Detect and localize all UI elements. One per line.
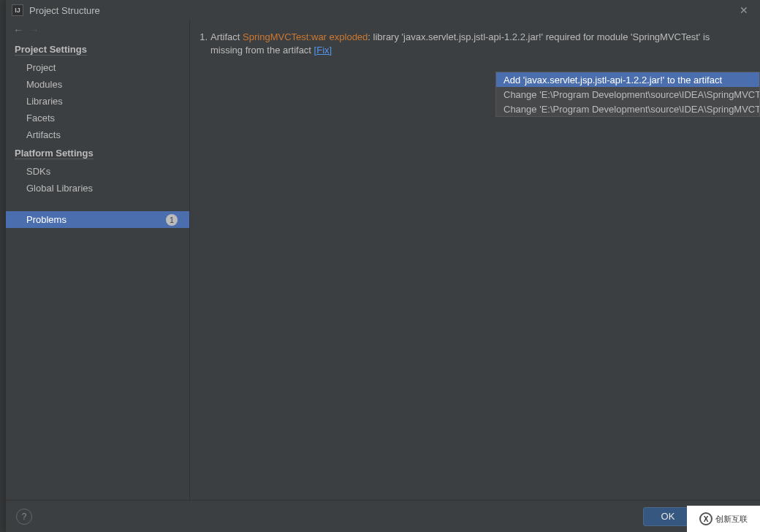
problem-body-1: : library 'javax.servlet.jsp.jstl-api-1.… bbox=[368, 31, 710, 42]
close-icon[interactable]: ✕ bbox=[734, 0, 754, 20]
problem-body-2: missing from the artifact bbox=[210, 45, 314, 56]
app-icon: IJ bbox=[12, 4, 23, 16]
sidebar-item-libraries[interactable]: Libraries bbox=[6, 93, 189, 110]
sidebar-item-project[interactable]: Project bbox=[6, 59, 189, 76]
sidebar: ← → Project Settings Project Modules Lib… bbox=[6, 20, 190, 500]
problems-count-badge: 1 bbox=[166, 214, 178, 226]
sidebar-item-artifacts[interactable]: Artifacts bbox=[6, 126, 189, 143]
help-button[interactable]: ? bbox=[16, 509, 32, 525]
artifact-link[interactable]: SpringMVCTest:war exploded bbox=[243, 31, 368, 42]
sidebar-item-modules[interactable]: Modules bbox=[6, 76, 189, 93]
fix-context-menu[interactable]: Add 'javax.servlet.jsp.jstl-api-1.2.2.ja… bbox=[495, 72, 760, 117]
watermark: X 创新互联 bbox=[687, 506, 760, 532]
content-pane: 1. Artifact SpringMVCTest:war exploded: … bbox=[190, 20, 760, 500]
sidebar-item-global-libraries[interactable]: Global Libraries bbox=[6, 180, 189, 197]
sidebar-item-problems[interactable]: Problems 1 bbox=[6, 211, 189, 228]
forward-icon: → bbox=[29, 24, 39, 36]
section-project-settings: Project Settings bbox=[6, 39, 189, 59]
problem-prefix: Artifact bbox=[210, 31, 243, 42]
problems-label: Problems bbox=[26, 214, 66, 225]
back-icon[interactable]: ← bbox=[13, 24, 23, 36]
window-title: Project Structure bbox=[29, 5, 734, 16]
watermark-text: 创新互联 bbox=[715, 514, 748, 525]
project-structure-dialog: IJ Project Structure ✕ ← → Project Setti… bbox=[6, 0, 760, 532]
section-platform-settings: Platform Settings bbox=[6, 143, 189, 163]
ok-button[interactable]: OK bbox=[643, 507, 693, 526]
problem-number: 1. bbox=[196, 31, 208, 44]
sidebar-item-sdks[interactable]: SDKs bbox=[6, 163, 189, 180]
fix-menu-item-add[interactable]: Add 'javax.servlet.jsp.jstl-api-1.2.2.ja… bbox=[496, 72, 759, 87]
fix-link[interactable]: [Fix] bbox=[314, 45, 332, 56]
problem-text: Artifact SpringMVCTest:war exploded: lib… bbox=[210, 31, 754, 44]
fix-menu-item-change-2[interactable]: Change 'E:\Program Development\source\ID… bbox=[496, 102, 759, 116]
sidebar-item-facets[interactable]: Facets bbox=[6, 110, 189, 126]
titlebar: IJ Project Structure ✕ bbox=[6, 0, 760, 20]
fix-menu-item-change-1[interactable]: Change 'E:\Program Development\source\ID… bbox=[496, 87, 759, 102]
button-bar: ? OK Cancel bbox=[6, 500, 760, 532]
watermark-logo-icon: X bbox=[699, 512, 712, 525]
